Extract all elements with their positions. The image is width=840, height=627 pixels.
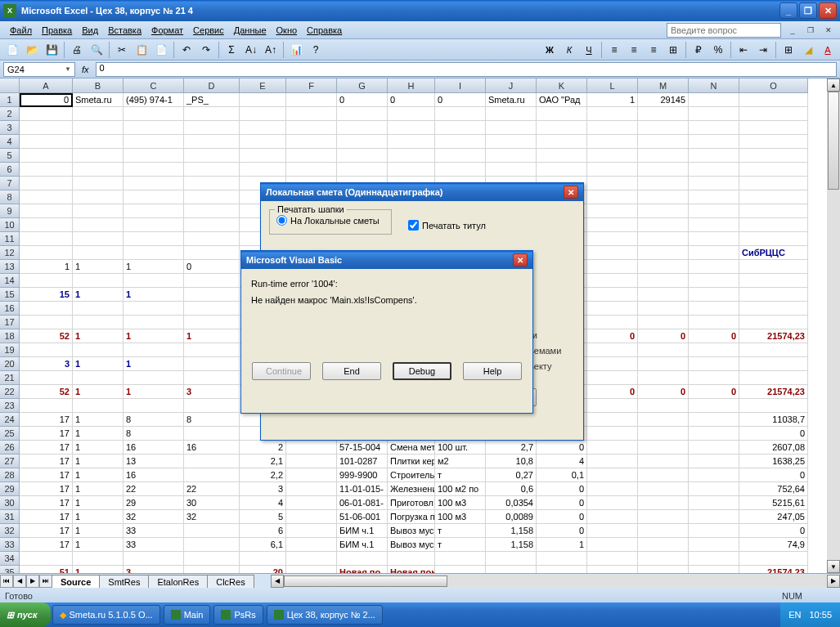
cell[interactable]	[337, 107, 388, 121]
cell[interactable]: 0	[638, 385, 689, 399]
cell[interactable]	[73, 190, 124, 204]
cell[interactable]: 29145	[638, 93, 689, 107]
underline-icon[interactable]: Ч	[580, 41, 598, 59]
sheet-tab-clcres[interactable]: ClcRes	[207, 575, 254, 588]
cell[interactable]	[388, 121, 435, 135]
cell[interactable]: 1	[124, 357, 184, 371]
cell[interactable]	[184, 468, 240, 482]
cell[interactable]	[638, 566, 689, 573]
cell[interactable]	[739, 93, 808, 107]
cell[interactable]: 2,1	[240, 455, 286, 468]
cell[interactable]	[638, 552, 689, 566]
cell[interactable]: 0	[435, 93, 486, 107]
minimize-button[interactable]: _	[779, 2, 797, 19]
cell[interactable]	[124, 399, 184, 413]
cell[interactable]	[73, 177, 124, 190]
cell[interactable]	[689, 566, 739, 573]
cell[interactable]: 52	[20, 329, 73, 343]
cell[interactable]	[435, 121, 486, 135]
sheet-tab-source[interactable]: Source	[52, 575, 100, 588]
cell[interactable]	[638, 524, 689, 538]
cell[interactable]	[587, 177, 638, 190]
cell[interactable]	[638, 427, 689, 441]
cell[interactable]: 100 м3	[435, 496, 486, 510]
cell[interactable]: 2,7	[486, 441, 537, 455]
col-header[interactable]: B	[73, 78, 124, 93]
cell[interactable]	[689, 232, 739, 246]
cell[interactable]	[537, 135, 587, 149]
col-header[interactable]: F	[286, 78, 337, 93]
cell[interactable]	[184, 288, 240, 302]
cell[interactable]	[587, 288, 638, 302]
cell[interactable]: 13	[124, 455, 184, 468]
cut-icon[interactable]: ✂	[113, 41, 131, 59]
cell[interactable]: 101-0287	[337, 455, 388, 468]
cell[interactable]: 29	[124, 496, 184, 510]
cell[interactable]: 3	[20, 357, 73, 371]
cell[interactable]	[689, 510, 739, 524]
cell[interactable]	[638, 260, 689, 274]
cell[interactable]	[486, 566, 537, 573]
cell[interactable]	[184, 343, 240, 357]
cell[interactable]: 17	[20, 455, 73, 468]
row-header[interactable]: 25	[0, 427, 20, 441]
cell[interactable]: 06-01-081-	[337, 496, 388, 510]
cell[interactable]	[689, 468, 739, 482]
cell[interactable]	[73, 163, 124, 177]
radio-local-smety[interactable]: На Локальные сметы	[276, 215, 384, 226]
cell[interactable]	[587, 496, 638, 510]
system-tray[interactable]: EN 10:55	[780, 602, 840, 627]
col-header[interactable]: M	[638, 78, 689, 93]
cell[interactable]: 100 м2 по	[435, 482, 486, 496]
cell[interactable]	[689, 107, 739, 121]
cell[interactable]: Железнени	[388, 482, 435, 496]
name-box[interactable]: G24▼	[3, 62, 75, 77]
cell[interactable]	[184, 274, 240, 288]
row-header[interactable]: 23	[0, 399, 20, 413]
cell[interactable]	[20, 121, 73, 135]
cell[interactable]: 57-15-004	[337, 441, 388, 455]
cell[interactable]	[638, 204, 689, 218]
cell[interactable]	[388, 149, 435, 163]
cell[interactable]	[689, 496, 739, 510]
cell[interactable]	[689, 218, 739, 232]
row-header[interactable]: 24	[0, 413, 20, 427]
cell[interactable]	[587, 246, 638, 260]
row-header[interactable]: 31	[0, 510, 20, 524]
cell[interactable]: 1	[73, 496, 124, 510]
cell[interactable]: 16	[124, 441, 184, 455]
cell[interactable]	[240, 107, 286, 121]
col-header[interactable]: L	[587, 78, 638, 93]
cell[interactable]: 0	[20, 93, 73, 107]
taskbar-item[interactable]: PsRs	[213, 605, 263, 625]
cell[interactable]	[739, 190, 808, 204]
cell[interactable]	[638, 274, 689, 288]
cell[interactable]	[486, 149, 537, 163]
cell[interactable]	[587, 343, 638, 357]
sort-asc-icon[interactable]: A↓	[242, 41, 260, 59]
cell[interactable]	[689, 343, 739, 357]
cell[interactable]: 0	[337, 93, 388, 107]
cell[interactable]	[689, 288, 739, 302]
cell[interactable]: 1	[73, 455, 124, 468]
cell[interactable]	[435, 552, 486, 566]
cell[interactable]	[184, 427, 240, 441]
undo-icon[interactable]: ↶	[177, 41, 195, 59]
cell[interactable]	[486, 135, 537, 149]
cell[interactable]	[286, 135, 337, 149]
cell[interactable]	[240, 149, 286, 163]
cell[interactable]	[124, 316, 184, 329]
cell[interactable]	[20, 232, 73, 246]
cell[interactable]	[435, 163, 486, 177]
new-icon[interactable]: 📄	[3, 41, 21, 59]
cell[interactable]	[184, 232, 240, 246]
cell[interactable]: ОАО "Рад	[537, 93, 587, 107]
cell[interactable]: (495) 974-1	[124, 93, 184, 107]
dialog-title-bar[interactable]: Локальная смета (Одиннадцатиграфка) ✕	[261, 183, 583, 201]
cell[interactable]	[638, 177, 689, 190]
scroll-up-icon[interactable]: ▲	[827, 78, 840, 92]
cell[interactable]	[739, 121, 808, 135]
cell[interactable]	[73, 371, 124, 385]
vertical-scrollbar[interactable]: ▲ ▼	[827, 78, 840, 573]
cell[interactable]	[73, 218, 124, 232]
